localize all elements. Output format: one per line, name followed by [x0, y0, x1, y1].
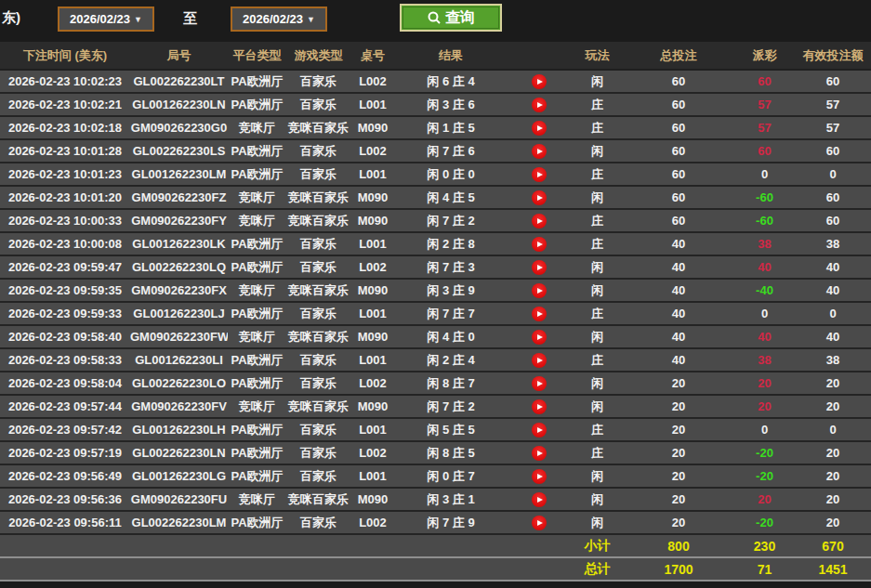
bet-time: 2026-02-23 09:58:04	[0, 372, 130, 395]
payout: 0	[734, 163, 795, 186]
play-icon	[537, 172, 543, 177]
valid-bet: 0	[795, 302, 871, 325]
play-icon	[537, 102, 543, 108]
game-type: 竞咪百家乐	[286, 116, 350, 139]
replay-button[interactable]	[532, 469, 547, 484]
replay-button[interactable]	[532, 121, 547, 136]
replay-cell	[507, 441, 572, 464]
search-icon	[427, 10, 442, 25]
platform-type: 竞咪厅	[228, 325, 286, 348]
replay-button[interactable]	[532, 376, 547, 391]
replay-button[interactable]	[532, 74, 547, 89]
query-button[interactable]: 查询	[400, 4, 502, 32]
replay-button[interactable]	[532, 307, 547, 321]
column-header-5: 桌号	[350, 42, 395, 70]
table-number: L001	[350, 232, 395, 255]
bet-type: 庄	[572, 302, 623, 325]
replay-button[interactable]	[532, 144, 547, 159]
platform-type: PA欧洲厅	[228, 93, 286, 116]
replay-button[interactable]	[532, 492, 547, 507]
bet-type: 庄	[572, 116, 623, 139]
replay-button[interactable]	[532, 446, 547, 461]
platform-type: PA欧洲厅	[228, 255, 286, 279]
table-number: L001	[350, 418, 395, 441]
replay-button[interactable]	[532, 167, 547, 182]
platform-type: PA欧洲厅	[228, 418, 286, 441]
replay-button[interactable]	[532, 516, 547, 530]
summary-payout: 230	[734, 534, 795, 557]
replay-cell	[507, 232, 572, 255]
table-row: 2026-02-23 09:59:35GM090262230FX竞咪厅竞咪百家乐…	[0, 279, 871, 302]
game-type: 百家乐	[286, 163, 350, 186]
platform-type: PA欧洲厅	[228, 464, 286, 488]
platform-type: 竞咪厅	[228, 209, 286, 232]
bet-time: 2026-02-23 10:02:23	[0, 70, 130, 93]
valid-bet: 20	[795, 464, 871, 488]
table-number: M090	[350, 395, 395, 418]
platform-type: PA欧洲厅	[228, 372, 286, 395]
table-number: L002	[350, 70, 395, 93]
payout: 40	[734, 255, 795, 279]
payout: 38	[734, 348, 795, 372]
result: 闲 7 庄 2	[395, 209, 507, 232]
platform-type: PA欧洲厅	[228, 302, 286, 325]
bet-time: 2026-02-23 10:02:18	[0, 116, 130, 139]
summary-label: 小计	[572, 534, 623, 557]
replay-button[interactable]	[532, 237, 547, 252]
bet-type: 庄	[572, 418, 623, 441]
replay-button[interactable]	[532, 423, 547, 438]
column-header-2: 局号	[130, 42, 228, 70]
game-type: 竞咪百家乐	[286, 488, 350, 511]
date-from-picker[interactable]: 2026/02/23 ▼	[58, 7, 154, 32]
game-type: 百家乐	[286, 348, 350, 372]
table-row: 2026-02-23 09:59:47GL002262230LQPA欧洲厅百家乐…	[0, 255, 871, 279]
column-header-9: 总投注	[623, 42, 734, 70]
game-type: 百家乐	[286, 511, 350, 534]
platform-type: PA欧洲厅	[228, 348, 286, 372]
bet-type: 庄	[572, 441, 623, 464]
replay-button[interactable]	[532, 190, 547, 205]
replay-button[interactable]	[532, 353, 547, 368]
replay-cell	[507, 395, 572, 418]
result: 闲 1 庄 5	[395, 116, 507, 139]
platform-type: PA欧洲厅	[228, 139, 286, 163]
table-row: 2026-02-23 09:57:19GL002262230LNPA欧洲厅百家乐…	[0, 441, 871, 464]
valid-bet: 40	[795, 255, 871, 279]
total-bet: 60	[623, 139, 734, 163]
replay-button[interactable]	[532, 214, 547, 229]
total-bet: 40	[623, 255, 734, 279]
table-row: 2026-02-23 09:58:40GM090262230FW竞咪厅竞咪百家乐…	[0, 325, 871, 348]
platform-type: PA欧洲厅	[228, 70, 286, 93]
round-id: GL001262230LH	[130, 418, 228, 441]
replay-button[interactable]	[532, 283, 547, 298]
replay-button[interactable]	[532, 399, 547, 414]
replay-button[interactable]	[532, 330, 547, 345]
round-id: GL001262230LJ	[130, 302, 228, 325]
date-to-picker[interactable]: 2026/02/23 ▼	[231, 7, 327, 32]
total-bet: 60	[623, 70, 734, 93]
table-row: 2026-02-23 09:57:44GM090262230FV竞咪厅竞咪百家乐…	[0, 395, 871, 418]
column-header-7	[507, 42, 572, 70]
replay-cell	[507, 348, 572, 372]
result: 闲 7 庄 2	[395, 395, 507, 418]
query-button-label: 查询	[445, 8, 475, 28]
replay-cell	[507, 70, 572, 93]
platform-type: 竞咪厅	[228, 279, 286, 302]
valid-bet: 57	[795, 116, 871, 139]
result: 闲 5 庄 5	[395, 418, 507, 441]
total-bet: 60	[623, 116, 734, 139]
total-bet: 40	[623, 302, 734, 325]
replay-button[interactable]	[532, 260, 547, 275]
bet-time: 2026-02-23 10:00:33	[0, 209, 130, 232]
round-id: GL001262230LM	[130, 163, 228, 186]
table-number: L002	[350, 441, 395, 464]
payout: 57	[734, 93, 795, 116]
payout: 38	[734, 232, 795, 255]
table-row: 2026-02-23 10:01:23GL001262230LMPA欧洲厅百家乐…	[0, 163, 871, 186]
valid-bet: 60	[795, 186, 871, 209]
game-type: 竞咪百家乐	[286, 395, 350, 418]
play-icon	[537, 218, 543, 224]
result: 闲 7 庄 6	[395, 139, 507, 163]
replay-button[interactable]	[532, 98, 547, 112]
column-header-11: 有效投注额	[795, 42, 871, 70]
